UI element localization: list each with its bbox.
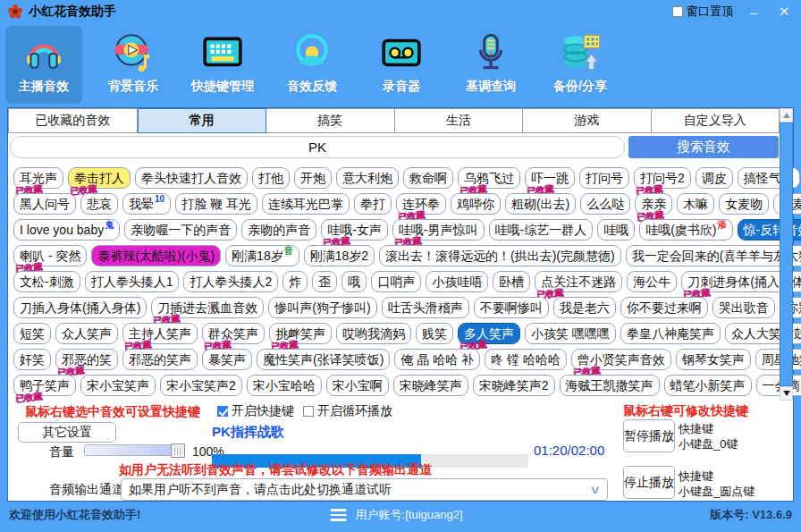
sound-button[interactable]: 俺 晶 哈哈 补 xyxy=(394,349,480,370)
sound-button[interactable]: 短笑 xyxy=(13,323,51,344)
sound-button[interactable]: 不要啊惨叫 xyxy=(474,297,549,318)
sound-button[interactable]: 刀插进去溅血音效已收藏 xyxy=(151,297,264,318)
toolbar-item-1[interactable]: 主播音效 xyxy=(5,26,82,104)
sound-button[interactable]: 周星驰笑 xyxy=(755,349,801,370)
toolbar-item-4[interactable]: 音效反馈 xyxy=(274,26,350,104)
sound-button[interactable]: 宋晓峰笑声 xyxy=(393,375,468,396)
stop-button[interactable]: 停止播放 xyxy=(623,466,675,499)
loop-play-checkbox[interactable]: 开启循环播放 xyxy=(303,403,392,419)
sound-button[interactable]: 炸 xyxy=(282,271,308,292)
sound-button[interactable]: 打人拳头揍人1 xyxy=(85,271,180,292)
sound-button[interactable]: 鸡哔你 xyxy=(451,193,501,215)
toolbar-item-3[interactable]: 快捷键管理 xyxy=(184,26,261,104)
sound-button[interactable]: 刚满18岁2 xyxy=(304,245,375,266)
tab-1[interactable]: 已收藏的音效 xyxy=(8,108,138,133)
sound-button[interactable]: 歪 xyxy=(312,271,337,292)
sound-button[interactable]: 粗砌(出去) xyxy=(505,193,576,215)
toolbar-item-6[interactable]: 基调查询 xyxy=(452,26,529,104)
sound-button[interactable]: 女麦吻 xyxy=(719,193,769,215)
toolbar-item-5[interactable]: 录音器 xyxy=(363,26,440,104)
sound-button[interactable]: 拳击打人已收藏 xyxy=(68,167,131,189)
sound-button[interactable]: 钢琴女笑声 xyxy=(676,349,751,370)
sound-button[interactable]: 鸭子笑声已收藏 xyxy=(13,375,76,396)
sound-button[interactable]: 开炮 xyxy=(294,167,332,189)
sound-button[interactable]: 打人拳头揍人2 xyxy=(183,271,278,292)
sound-button[interactable]: 乌鸦飞过已收藏 xyxy=(458,167,520,189)
sound-button[interactable]: 拳头快速打人音效 xyxy=(135,167,248,189)
pause-button[interactable]: 暂停播放 xyxy=(623,419,675,452)
search-input[interactable] xyxy=(10,136,625,158)
scrollbar[interactable] xyxy=(780,108,793,401)
sound-button[interactable]: 卧槽 xyxy=(493,271,530,292)
sound-button[interactable]: 吓一跳已收藏 xyxy=(525,167,575,189)
sound-button[interactable]: 吐舌头滑稽声 xyxy=(382,297,469,318)
sound-button[interactable]: 海贼王凯撒笑声 xyxy=(560,375,660,396)
sound-button[interactable]: 奸笑 xyxy=(13,349,51,370)
sound-button[interactable]: 暴笑声 xyxy=(202,349,252,370)
sound-button[interactable]: 连环拳已收藏 xyxy=(396,193,446,215)
sound-button[interactable]: 打脸 鞭 耳光 xyxy=(175,193,257,215)
tab-3[interactable]: 搞笑 xyxy=(266,108,395,133)
sound-button[interactable]: 哦 xyxy=(341,271,367,292)
sound-button[interactable]: 你不要过来啊 xyxy=(620,297,708,318)
tab-5[interactable]: 游戏 xyxy=(523,108,652,133)
sound-button[interactable]: 哇哦-男声惊叫已收藏 xyxy=(392,219,485,241)
sound-button[interactable]: 亲吻的声音 xyxy=(241,219,316,241)
sound-button[interactable]: 群众笑声已收藏 xyxy=(202,323,265,344)
sound-button[interactable]: 滚出去！滚得远远的！(拱出去)(完颜慧德) xyxy=(379,245,621,266)
sound-button[interactable]: 哇哦(虞书欣)添 xyxy=(639,219,732,241)
sound-button[interactable]: 魔性笑声(张译笑喷饭) xyxy=(257,349,390,370)
sound-button[interactable]: 刚满18岁音 xyxy=(225,245,299,266)
tab-4[interactable]: 生活 xyxy=(395,108,524,133)
sound-button[interactable]: 挑衅笑声已收藏 xyxy=(269,323,332,344)
volume-slider[interactable] xyxy=(84,444,185,456)
sound-button[interactable]: 点关注不迷路已收藏 xyxy=(535,271,622,292)
sound-button[interactable]: 泰裤辣(太酷啦)(小鬼) xyxy=(91,245,221,266)
loop-play-checkbox-box[interactable] xyxy=(303,406,314,417)
sound-button[interactable]: 哇哦 xyxy=(597,219,635,241)
sound-button[interactable]: 惨叫声(狗子惨叫) xyxy=(268,297,376,318)
sound-button[interactable]: 亲亲已收藏 xyxy=(635,193,672,215)
sound-button[interactable]: 哇哦-综艺一群人 xyxy=(489,219,594,241)
sound-button[interactable]: 口哨声 xyxy=(371,271,421,292)
toolbar-item-2[interactable]: 背景音乐 xyxy=(95,26,172,104)
sound-button[interactable]: 蜡笔小新笑声 xyxy=(664,375,752,396)
sound-button[interactable]: 宋小宝笑声2 xyxy=(160,375,242,396)
scroll-thumb[interactable] xyxy=(780,122,793,386)
sound-button[interactable]: 喇叭 - 突然已收藏 xyxy=(13,245,87,266)
sound-button[interactable]: 耳光声已收藏 xyxy=(13,167,63,189)
close-button[interactable]: ✕ xyxy=(774,4,794,20)
sound-button[interactable]: 小孩哇唔 xyxy=(426,271,488,292)
sound-button[interactable]: 打他 xyxy=(252,167,290,189)
sound-button[interactable]: 宋小宝笑声 xyxy=(80,375,156,396)
sound-button[interactable]: 小孩笑 嘿嘿嘿 xyxy=(525,323,616,344)
scroll-down-icon[interactable] xyxy=(780,386,793,401)
sound-button[interactable]: 众人笑声 xyxy=(55,323,118,344)
sound-button[interactable]: 咚 镗 哈哈哈 xyxy=(485,349,567,370)
sound-button[interactable]: 主持人笑声已收藏 xyxy=(122,323,198,344)
sound-button[interactable]: 连续耳光巴掌 xyxy=(262,193,350,215)
sound-button[interactable]: 拳打 xyxy=(354,193,392,215)
sound-button[interactable]: 哇哦-女声已收藏 xyxy=(321,219,388,241)
sound-button[interactable]: I love you baby鬼 xyxy=(13,219,120,241)
sound-button[interactable]: 邪恶的笑声 xyxy=(122,349,198,370)
sound-button[interactable]: 刀插入身体(捅入身体) xyxy=(13,297,147,318)
sound-button[interactable]: 打问号 xyxy=(579,167,629,189)
scroll-up-icon[interactable] xyxy=(780,108,793,122)
sound-button[interactable]: 悲哀 xyxy=(80,193,118,215)
enable-hotkey-checkbox[interactable]: 开启快捷键 xyxy=(217,403,294,419)
sound-button[interactable]: 文松-刺激 xyxy=(13,271,80,292)
sound-button[interactable]: 我晕10 xyxy=(122,193,171,215)
sound-button[interactable]: 救命啊 xyxy=(403,167,453,189)
output-channel-select[interactable]: 如果用户听不到声音，请点击此处切换通道试听 ∨ xyxy=(121,478,608,501)
sound-button[interactable]: 哭出歌音 xyxy=(712,297,775,318)
sound-button[interactable]: 拳皇八神庵笑声 xyxy=(620,323,721,344)
sound-button[interactable]: 多人笑声已收藏 xyxy=(458,323,520,344)
volume-slider-thumb[interactable] xyxy=(171,443,185,458)
pin-window-checkbox[interactable]: 窗口置顶 xyxy=(672,4,733,20)
sound-button[interactable]: 木嘛 xyxy=(677,193,714,215)
toolbar-item-7[interactable]: 备份/分享 xyxy=(542,26,619,104)
sound-button[interactable]: 邪恶的笑已收藏 xyxy=(55,349,118,370)
sound-button[interactable]: 曾小贤笑声音效已收藏 xyxy=(571,349,671,370)
sound-button[interactable]: 调皮 xyxy=(696,167,733,189)
